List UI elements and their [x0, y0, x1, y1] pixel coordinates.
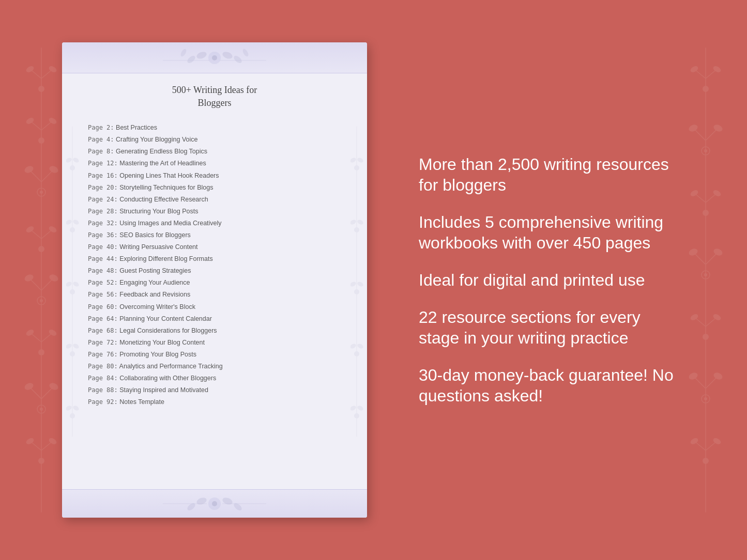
svg-point-87 — [186, 54, 196, 64]
toc-item: Page 32: Using Images and Media Creative… — [88, 217, 341, 229]
toc-item: Page 12: Mastering the Art of Headlines — [88, 158, 341, 170]
svg-point-129 — [186, 502, 196, 511]
info-item-5: 30-day money-back guarantee! No question… — [419, 365, 675, 406]
svg-point-110 — [354, 165, 359, 170]
svg-point-107 — [66, 405, 72, 411]
svg-point-117 — [350, 281, 357, 287]
toc-item: Page 64: Planning Your Content Calendar — [88, 313, 341, 325]
toc-item: Page 72: Monetizing Your Blog Content — [88, 337, 341, 349]
info-item-3: Ideal for digital and printed use — [419, 270, 675, 290]
svg-point-102 — [72, 281, 79, 287]
document-title: 500+ Writing Ideas forBloggers — [88, 84, 341, 110]
svg-point-86 — [222, 50, 234, 59]
svg-point-85 — [196, 50, 208, 59]
svg-point-122 — [354, 413, 359, 418]
svg-point-90 — [242, 48, 250, 57]
toc-item: Page 28: Structuring Your Blog Posts — [88, 206, 341, 217]
svg-point-100 — [70, 289, 75, 294]
toc-item: Page 8: Generating Endless Blog Topics — [88, 146, 341, 158]
svg-point-94 — [70, 165, 75, 170]
toc-item: Page 4: Crafting Your Blogging Voice — [88, 134, 341, 146]
svg-point-119 — [354, 351, 359, 356]
svg-point-127 — [196, 496, 208, 505]
svg-point-118 — [356, 281, 363, 287]
svg-point-121 — [356, 343, 363, 349]
toc-item: Page 68: Legal Considerations for Blogge… — [88, 325, 341, 337]
svg-point-84 — [212, 55, 217, 60]
toc-item: Page 16: Opening Lines That Hook Readers — [88, 170, 341, 182]
svg-point-120 — [350, 343, 357, 349]
svg-point-108 — [72, 405, 79, 411]
svg-point-97 — [70, 227, 75, 232]
document-top-decoration — [62, 42, 367, 73]
info-item-2: Includes 5 comprehensive writing workboo… — [419, 212, 675, 253]
toc-item: Page 24: Conducting Effective Research — [88, 194, 341, 206]
document-bottom-decoration — [62, 489, 367, 518]
main-content: 500+ Writing Ideas forBloggers Page 2: B… — [0, 0, 747, 560]
svg-point-104 — [66, 343, 72, 349]
svg-point-105 — [72, 343, 79, 349]
document-panel: 500+ Writing Ideas forBloggers Page 2: B… — [62, 42, 367, 518]
svg-point-89 — [180, 48, 188, 57]
svg-point-95 — [66, 157, 72, 163]
document-side-right-decoration — [349, 73, 364, 489]
info-item-4: 22 resource sections for every stage in … — [419, 307, 675, 348]
svg-point-101 — [66, 281, 72, 287]
svg-point-98 — [66, 219, 72, 225]
toc-item: Page 36: SEO Basics for Bloggers — [88, 229, 341, 241]
toc-item: Page 2: Best Practices — [88, 122, 341, 134]
svg-point-103 — [70, 351, 75, 356]
toc-item: Page 56: Feedback and Revisions — [88, 289, 341, 301]
toc-item: Page 88: Staying Inspired and Motivated — [88, 384, 341, 396]
svg-point-112 — [356, 157, 363, 163]
document-body: 500+ Writing Ideas forBloggers Page 2: B… — [62, 73, 367, 489]
svg-point-128 — [222, 496, 234, 505]
svg-point-124 — [356, 405, 363, 411]
info-item-1: More than 2,500 writing resources for bl… — [419, 154, 675, 195]
toc-item: Page 84: Collaborating with Other Blogge… — [88, 372, 341, 384]
svg-point-111 — [350, 157, 357, 163]
toc-item: Page 20: Storytelling Techniques for Blo… — [88, 182, 341, 194]
toc-item: Page 76: Promoting Your Blog Posts — [88, 349, 341, 361]
svg-point-130 — [233, 502, 243, 511]
toc-item: Page 44: Exploring Different Blog Format… — [88, 253, 341, 265]
toc-item: Page 40: Writing Persuasive Content — [88, 241, 341, 253]
toc-item: Page 92: Notes Template — [88, 397, 341, 409]
svg-point-116 — [354, 289, 359, 294]
svg-point-96 — [72, 157, 79, 163]
svg-point-126 — [212, 501, 217, 506]
svg-point-88 — [233, 54, 243, 64]
table-of-contents: Page 2: Best PracticesPage 4: Crafting Y… — [88, 122, 341, 408]
svg-point-123 — [350, 405, 357, 411]
toc-item: Page 80: Analytics and Performance Track… — [88, 361, 341, 372]
document-side-left-decoration — [65, 73, 80, 489]
info-panel: More than 2,500 writing resources for bl… — [398, 144, 685, 416]
svg-point-115 — [356, 219, 363, 225]
toc-item: Page 48: Guest Posting Strategies — [88, 266, 341, 277]
toc-item: Page 60: Overcoming Writer's Block — [88, 301, 341, 313]
svg-point-113 — [354, 227, 359, 232]
svg-point-99 — [72, 219, 79, 225]
svg-point-114 — [350, 219, 357, 225]
svg-point-106 — [70, 413, 75, 418]
toc-item: Page 52: Engaging Your Audience — [88, 277, 341, 289]
